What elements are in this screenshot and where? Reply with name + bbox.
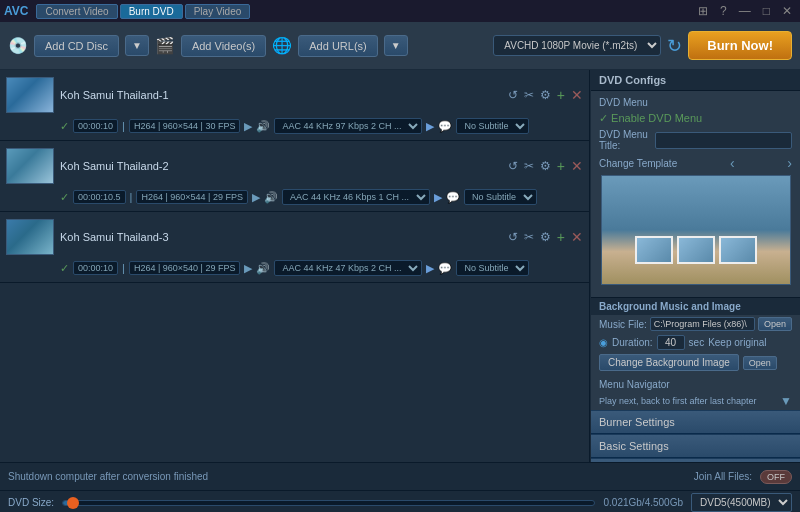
- add-url-btn[interactable]: Add URL(s): [298, 35, 377, 57]
- size-thumb[interactable]: [67, 497, 79, 509]
- burn-now-btn[interactable]: Burn Now!: [688, 31, 792, 60]
- status-bar: Shutdown computer after conversion finis…: [0, 462, 800, 490]
- delete-icon[interactable]: ✕: [571, 87, 583, 103]
- sync-icon[interactable]: ↺: [508, 230, 518, 244]
- cut-icon[interactable]: ✂: [524, 230, 534, 244]
- sync-icon[interactable]: ↺: [508, 88, 518, 102]
- size-value: 0.021Gb/4.500Gb: [603, 497, 683, 508]
- enable-dvd-checkbox[interactable]: ✓ Enable DVD Menu: [599, 112, 702, 125]
- burn-dvd-btn[interactable]: Burn DVD: [120, 4, 183, 19]
- subtitle-select[interactable]: No Subtitle: [464, 189, 537, 205]
- video-thumbnail: [6, 219, 54, 255]
- preview-frame-3: [719, 236, 757, 264]
- video-item: Koh Samui Thailand-3 ↺ ✂ ⚙ + ✕ ✓ 00:00:1…: [0, 212, 589, 283]
- dvd-size-label: DVD Size:: [8, 497, 54, 508]
- play-video-btn[interactable]: Play Video: [185, 4, 251, 19]
- audio-select[interactable]: AAC 44 KHz 46 Kbps 1 CH ...: [282, 189, 430, 205]
- sync-icon[interactable]: ↺: [508, 159, 518, 173]
- time-badge: 00:00:10.5: [73, 190, 126, 204]
- monitor-icon[interactable]: ⊞: [694, 4, 712, 18]
- video-title: Koh Samui Thailand-1: [60, 89, 502, 101]
- navigator-dropdown-icon[interactable]: ▼: [780, 394, 792, 408]
- settings-icon[interactable]: ⚙: [540, 159, 551, 173]
- duration-input[interactable]: [657, 335, 685, 350]
- preview-frame-2: [677, 236, 715, 264]
- audio-select[interactable]: AAC 44 KHz 97 Kbps 2 CH ...: [274, 118, 422, 134]
- video-thumbnail: [6, 148, 54, 184]
- join-label: Join All Files:: [694, 471, 752, 482]
- template-nav: Change Template ‹ ›: [599, 155, 792, 171]
- add-cd-btn[interactable]: Add CD Disc: [34, 35, 119, 57]
- add-url-dropdown[interactable]: ▼: [384, 35, 408, 56]
- check-icon: ✓: [60, 120, 69, 133]
- enable-dvd-row: ✓ Enable DVD Menu: [599, 112, 792, 125]
- subtitle-select[interactable]: No Subtitle: [456, 118, 529, 134]
- title-bar: AVC Convert Video Burn DVD Play Video ⊞ …: [0, 0, 800, 22]
- music-path: C:\Program Files (x86)\: [650, 317, 755, 331]
- video-details: ✓ 00:00:10 | H264 | 960×540 | 29 FPS ▶ 🔊…: [6, 258, 583, 278]
- change-bg-btn[interactable]: Change Background Image: [599, 354, 739, 371]
- refresh-icon[interactable]: ↻: [667, 35, 682, 57]
- settings-icon[interactable]: ⚙: [540, 230, 551, 244]
- audio-select[interactable]: AAC 44 KHz 47 Kbps 2 CH ...: [274, 260, 422, 276]
- video-options-btn[interactable]: Video Options: [591, 458, 800, 462]
- template-preview: [601, 175, 791, 285]
- video-header: Koh Samui Thailand-2 ↺ ✂ ⚙ + ✕: [6, 145, 583, 187]
- panel-title: DVD Configs: [591, 70, 800, 91]
- cut-icon[interactable]: ✂: [524, 88, 534, 102]
- dvd-size-select[interactable]: DVD5(4500MB): [691, 493, 792, 512]
- help-icon[interactable]: ?: [716, 4, 731, 18]
- delete-icon[interactable]: ✕: [571, 229, 583, 245]
- time-badge: 00:00:10: [73, 261, 118, 275]
- check-icon: ✓: [60, 191, 69, 204]
- video-list: Koh Samui Thailand-1 ↺ ✂ ⚙ + ✕ ✓ 00:00:1…: [0, 70, 590, 462]
- add-icon[interactable]: +: [557, 229, 565, 245]
- menu-title-input[interactable]: [655, 132, 792, 149]
- video-details: ✓ 00:00:10.5 | H264 | 960×544 | 29 FPS ▶…: [6, 187, 583, 207]
- duration-row: ◉ Duration: sec Keep original: [591, 333, 800, 352]
- video-info-badge: H264 | 960×540 | 29 FPS: [129, 261, 241, 275]
- add-icon[interactable]: +: [557, 87, 565, 103]
- dvd-menu-label: DVD Menu: [599, 97, 648, 108]
- close-icon[interactable]: ✕: [778, 4, 796, 18]
- keep-original-label: Keep original: [708, 337, 766, 348]
- add-video-icon: 🎬: [155, 36, 175, 55]
- next-template-btn[interactable]: ›: [787, 155, 792, 171]
- toolbar: 💿 Add CD Disc ▼ 🎬 Add Video(s) 🌐 Add URL…: [0, 22, 800, 70]
- video-item: Koh Samui Thailand-1 ↺ ✂ ⚙ + ✕ ✓ 00:00:1…: [0, 70, 589, 141]
- shutdown-text: Shutdown computer after conversion finis…: [8, 471, 686, 482]
- burner-settings-btn[interactable]: Burner Settings: [591, 410, 800, 434]
- minimize-icon[interactable]: —: [735, 4, 755, 18]
- prev-template-btn[interactable]: ‹: [730, 155, 735, 171]
- size-progress-container[interactable]: [62, 500, 595, 506]
- join-toggle[interactable]: OFF: [760, 470, 792, 484]
- format-select[interactable]: AVCHD 1080P Movie (*.m2ts): [493, 35, 661, 56]
- convert-video-btn[interactable]: Convert Video: [36, 4, 117, 19]
- subtitle-icon: 💬: [438, 262, 452, 275]
- time-badge: 00:00:10: [73, 119, 118, 133]
- add-video-btn[interactable]: Add Video(s): [181, 35, 266, 57]
- audio-icon: 🔊: [256, 262, 270, 275]
- cd-icon: 💿: [8, 36, 28, 55]
- cut-icon[interactable]: ✂: [524, 159, 534, 173]
- video-info-badge: H264 | 960×544 | 30 FPS: [129, 119, 241, 133]
- audio-icon: 🔊: [264, 191, 278, 204]
- basic-settings-btn[interactable]: Basic Settings: [591, 434, 800, 458]
- navigator-text-row: Play next, back to first after last chap…: [591, 392, 800, 410]
- settings-icon[interactable]: ⚙: [540, 88, 551, 102]
- menu-title-row: DVD Menu Title:: [599, 129, 792, 151]
- app-logo: AVC: [4, 4, 28, 18]
- add-url-icon: 🌐: [272, 36, 292, 55]
- dvd-menu-section: DVD Menu ✓ Enable DVD Menu DVD Menu Titl…: [591, 91, 800, 297]
- delete-icon[interactable]: ✕: [571, 158, 583, 174]
- add-cd-dropdown[interactable]: ▼: [125, 35, 149, 56]
- check-icon: ✓: [60, 262, 69, 275]
- subtitle-select[interactable]: No Subtitle: [456, 260, 529, 276]
- duration-radio[interactable]: ◉: [599, 337, 608, 348]
- maximize-icon[interactable]: □: [759, 4, 774, 18]
- duration-label: Duration:: [612, 337, 653, 348]
- music-open-btn[interactable]: Open: [758, 317, 792, 331]
- dvd-menu-row: DVD Menu: [599, 97, 792, 108]
- add-icon[interactable]: +: [557, 158, 565, 174]
- bg-open-btn[interactable]: Open: [743, 356, 777, 370]
